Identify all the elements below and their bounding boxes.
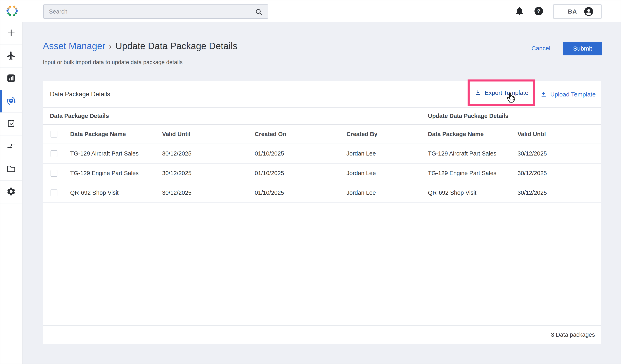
export-template-button[interactable]: Export Template — [474, 89, 528, 96]
page-title: Update Data Package Details — [115, 40, 237, 51]
bar-chart-icon — [6, 74, 16, 84]
col-header-created-on: Created On — [249, 131, 341, 138]
breadcrumb-parent-link[interactable]: Asset Manager — [43, 40, 105, 51]
annotation-highlight-box: Export Template — [467, 79, 535, 106]
data-package-sync-icon — [6, 96, 16, 107]
col-header-name: Data Package Name — [65, 131, 157, 138]
table-row[interactable]: TG-129 Engine Part Sales 30/12/2025 01/1… — [43, 164, 601, 183]
submit-button[interactable]: Submit — [563, 42, 602, 55]
cell-valid-until: 30/12/2025 — [157, 170, 249, 176]
cell-created-on: 01/10/2025 — [249, 170, 341, 176]
plus-icon — [6, 28, 16, 38]
cell-update-name[interactable]: QR-692 Shop Visit — [422, 190, 511, 196]
col-header-created-by: Created By — [341, 131, 422, 138]
divider — [511, 125, 511, 203]
cell-update-valid-until[interactable]: 30/12/2025 — [511, 170, 602, 176]
upload-template-button[interactable]: Upload Template — [540, 91, 596, 98]
cell-update-valid-until[interactable]: 30/12/2025 — [511, 190, 602, 196]
user-initials: BA — [568, 8, 577, 15]
search-icon[interactable] — [255, 8, 263, 17]
top-bar: ? BA — [0, 0, 621, 22]
user-avatar-icon[interactable] — [584, 7, 593, 16]
table-column-header-row: Data Package Name Valid Until Created On… — [43, 124, 601, 144]
sidebar-item-add[interactable] — [0, 22, 22, 45]
table-row[interactable]: QR-692 Shop Visit 30/12/2025 01/10/2025 … — [43, 183, 601, 203]
cell-created-by: Jordan Lee — [341, 150, 422, 157]
cell-name: TG-129 Engine Part Sales — [65, 170, 157, 176]
cell-update-name[interactable]: TG-129 Aircraft Part Sales — [422, 150, 511, 157]
sidebar-item-aircraft[interactable] — [0, 45, 22, 68]
table-group-header: Data Package Details Update Data Package… — [43, 108, 601, 124]
cell-name: QR-692 Shop Visit — [65, 190, 157, 196]
sidebar-item-files[interactable] — [0, 158, 22, 181]
cell-created-by: Jordan Lee — [341, 190, 422, 196]
group-header-right: Update Data Package Details — [422, 113, 602, 119]
row-checkbox[interactable] — [51, 150, 57, 157]
cell-valid-until: 30/12/2025 — [157, 150, 249, 157]
sidebar-item-analytics[interactable] — [0, 68, 22, 90]
search-input[interactable] — [44, 5, 268, 18]
cell-name: TG-129 Aircraft Part Sales — [65, 150, 157, 157]
cell-update-name[interactable]: TG-129 Engine Part Sales — [422, 170, 511, 176]
group-header-left: Data Package Details — [43, 113, 422, 119]
download-icon — [474, 89, 481, 96]
row-checkbox[interactable] — [51, 190, 57, 196]
col-header-update-name: Data Package Name — [422, 131, 511, 138]
row-checkbox[interactable] — [51, 170, 57, 177]
breadcrumb-separator: › — [109, 42, 112, 51]
table-row[interactable]: TG-129 Aircraft Part Sales 30/12/2025 01… — [43, 144, 601, 164]
folder-icon — [6, 164, 16, 174]
row-count: 3 Data packages — [551, 331, 595, 338]
cancel-button[interactable]: Cancel — [532, 45, 550, 52]
app-logo-icon — [6, 5, 18, 17]
card-header: Data Package Details Export Template Upl… — [43, 81, 601, 108]
page-subtitle: Input or bulk import data to update data… — [43, 59, 183, 66]
cell-created-by: Jordan Lee — [341, 170, 422, 176]
mouse-cursor-hand — [506, 91, 516, 104]
cell-valid-until: 30/12/2025 — [157, 190, 249, 196]
divider — [65, 125, 65, 203]
user-menu[interactable]: BA — [553, 4, 602, 19]
card-title: Data Package Details — [50, 91, 110, 98]
breadcrumb: Asset Manager › Update Data Package Deta… — [43, 40, 237, 51]
upload-template-label: Upload Template — [550, 91, 596, 98]
clipboard-check-icon — [6, 119, 16, 129]
upload-icon — [540, 91, 547, 98]
data-package-details-card: Data Package Details Export Template Upl… — [43, 81, 601, 344]
notifications-bell-icon[interactable] — [515, 6, 524, 17]
sidebar-item-tasks[interactable] — [0, 113, 22, 136]
airplane-icon — [6, 51, 16, 61]
sidebar-item-data-packages[interactable] — [0, 90, 22, 113]
cell-created-on: 01/10/2025 — [249, 190, 341, 196]
cell-update-valid-until[interactable]: 30/12/2025 — [511, 150, 602, 157]
sidebar-item-settings[interactable] — [0, 181, 22, 203]
cell-created-on: 01/10/2025 — [249, 150, 341, 157]
settings-gear-icon — [6, 187, 16, 197]
search-box[interactable] — [43, 4, 268, 18]
table-footer: 3 Data packages — [43, 325, 601, 344]
col-header-valid-until: Valid Until — [157, 131, 249, 138]
sidebar-item-transfers[interactable] — [0, 136, 22, 158]
col-header-update-valid-until: Valid Until — [511, 131, 602, 138]
select-all-checkbox[interactable] — [51, 131, 57, 138]
help-icon[interactable]: ? — [534, 6, 543, 17]
sidebar — [0, 22, 23, 364]
divider — [422, 108, 422, 203]
svg-text:?: ? — [537, 8, 540, 14]
merge-arrows-icon — [6, 141, 16, 152]
